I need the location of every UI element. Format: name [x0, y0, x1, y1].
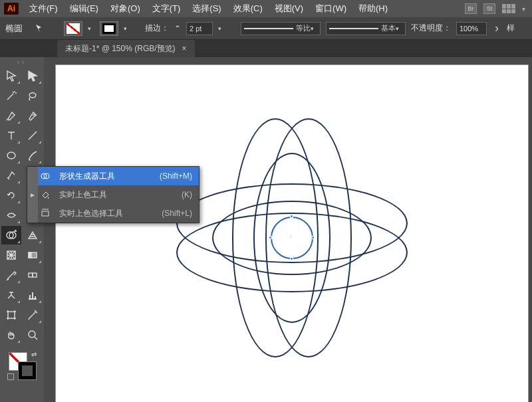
tools-panel-handle[interactable]: ››	[9, 60, 35, 64]
brush-def-select[interactable]: 基本▾	[326, 22, 406, 35]
svg-rect-13	[29, 273, 33, 277]
document-tab-title: 未标题-1* @ 150% (RGB/预览)	[65, 43, 176, 54]
zoom-tool[interactable]	[23, 326, 43, 344]
width-profile-select[interactable]: 等比▾	[241, 22, 321, 35]
column-graph-tool[interactable]	[23, 286, 43, 304]
live-paint-bucket-icon	[38, 189, 53, 200]
swap-fill-stroke-icon[interactable]: ⇄	[31, 351, 37, 358]
options-bar: 椭圆 ▾ ▾ 描边： ⌃ 2 pt ▾ 等比▾ 基本▾ 不透明度： 100% ›…	[0, 17, 532, 40]
flyout-item-shortcut: (K)	[182, 190, 192, 199]
artwork-group[interactable]	[159, 105, 425, 371]
shape-builder-icon	[38, 171, 53, 181]
hand-tool[interactable]	[1, 326, 21, 344]
bridge-icon[interactable]: Br	[465, 3, 477, 14]
menu-object[interactable]: 对象(O)	[105, 0, 146, 17]
style-label: 样	[507, 23, 515, 34]
blend-tool[interactable]	[23, 266, 43, 284]
flyout-item-label: 形状生成器工具	[59, 171, 153, 182]
menu-view[interactable]: 视图(V)	[269, 0, 309, 17]
svg-rect-14	[33, 273, 37, 277]
type-tool[interactable]	[1, 126, 21, 145]
canvas-area[interactable]	[44, 57, 532, 402]
default-fill-stroke-icon[interactable]	[7, 373, 14, 380]
fill-stroke-indicator[interactable]: ⇄	[7, 351, 37, 380]
arrange-docs-icon[interactable]	[502, 4, 515, 13]
menu-help[interactable]: 帮助(H)	[353, 0, 393, 17]
svg-point-0	[7, 152, 15, 159]
magic-wand-tool[interactable]	[1, 86, 21, 105]
svg-rect-12	[29, 252, 31, 258]
menu-select[interactable]: 选择(S)	[187, 0, 226, 17]
svg-rect-15	[8, 312, 15, 318]
width-tool[interactable]	[1, 206, 21, 225]
document-tab[interactable]: 未标题-1* @ 150% (RGB/预览) ×	[57, 40, 195, 57]
flyout-item-live-paint-bucket[interactable]: 实时上色工具 (K)	[38, 185, 199, 204]
stroke-swatch[interactable]	[100, 21, 118, 36]
symbol-sprayer-tool[interactable]	[1, 286, 21, 304]
menu-edit[interactable]: 编辑(E)	[65, 0, 104, 17]
active-tool-label: 椭圆	[5, 23, 28, 35]
flyout-tearoff-handle[interactable]: ▸	[27, 167, 38, 223]
shape-builder-tool[interactable]	[1, 226, 21, 245]
eyedropper-tool[interactable]	[1, 266, 21, 284]
svg-point-16	[29, 331, 35, 338]
stroke-label: 描边：	[145, 23, 169, 34]
flyout-item-label: 实时上色选择工具	[59, 208, 155, 219]
gradient-tool[interactable]	[23, 246, 43, 264]
direct-selection-tool[interactable]	[23, 66, 43, 85]
app-logo-icon: Ai	[4, 3, 19, 15]
slice-tool[interactable]	[23, 306, 43, 324]
flyout-item-shape-builder[interactable]: 形状生成器工具 (Shift+M)	[38, 167, 199, 185]
menu-bar: Ai 文件(F) 编辑(E) 对象(O) 文字(T) 选择(S) 效果(C) 视…	[0, 0, 532, 17]
link-icon[interactable]: ⌃	[174, 24, 181, 33]
tool-flyout-menu: ▸ 形状生成器工具 (Shift+M) 实时上色工具 (K) 实时上色选择工具 …	[27, 166, 200, 223]
mesh-tool[interactable]	[1, 246, 21, 264]
perspective-grid-tool[interactable]	[23, 226, 43, 245]
shaper-tool[interactable]	[1, 166, 21, 185]
options-overflow-icon[interactable]: ›	[492, 21, 501, 35]
ellipse-tool[interactable]	[1, 146, 21, 165]
stroke-dropdown-icon[interactable]: ▾	[124, 25, 130, 32]
stroke-weight-field[interactable]: 2 pt	[186, 22, 213, 35]
opacity-field[interactable]: 100%	[456, 22, 487, 35]
pen-tool[interactable]	[1, 106, 21, 125]
artboard-tool[interactable]	[1, 306, 21, 324]
line-segment-tool[interactable]	[23, 126, 43, 145]
live-paint-selection-icon	[38, 208, 53, 219]
artboard[interactable]	[56, 65, 528, 402]
selection-tool[interactable]	[1, 66, 21, 85]
paintbrush-tool[interactable]	[23, 146, 43, 165]
no-selection-icon	[33, 22, 47, 35]
flyout-item-shortcut: (Shift+L)	[162, 209, 192, 218]
chevron-down-icon: ▾	[522, 5, 525, 13]
menu-effect[interactable]: 效果(C)	[228, 0, 268, 17]
menu-window[interactable]: 窗口(W)	[310, 0, 352, 17]
document-tab-row: 未标题-1* @ 150% (RGB/预览) ×	[0, 40, 532, 57]
fill-dropdown-icon[interactable]: ▾	[88, 25, 94, 32]
curvature-tool[interactable]	[23, 106, 43, 125]
flyout-item-label: 实时上色工具	[59, 189, 175, 201]
menu-right-cluster: Br St ▾	[465, 3, 532, 14]
stock-icon[interactable]: St	[483, 3, 495, 14]
menu-type[interactable]: 文字(T)	[147, 0, 186, 17]
svg-rect-19	[42, 211, 49, 216]
rotate-tool[interactable]	[1, 186, 21, 205]
flyout-item-live-paint-selection[interactable]: 实时上色选择工具 (Shift+L)	[38, 204, 199, 223]
tools-panel: ››	[0, 57, 44, 402]
stroke-color-icon[interactable]	[18, 361, 37, 380]
menu-file[interactable]: 文件(F)	[24, 0, 63, 17]
flyout-item-shortcut: (Shift+M)	[160, 171, 192, 181]
lasso-tool[interactable]	[23, 86, 43, 105]
fill-swatch[interactable]	[64, 21, 82, 36]
strokeweight-dropdown-icon[interactable]: ▾	[218, 25, 225, 32]
close-icon[interactable]: ×	[182, 44, 187, 53]
opacity-label: 不透明度：	[411, 23, 451, 34]
